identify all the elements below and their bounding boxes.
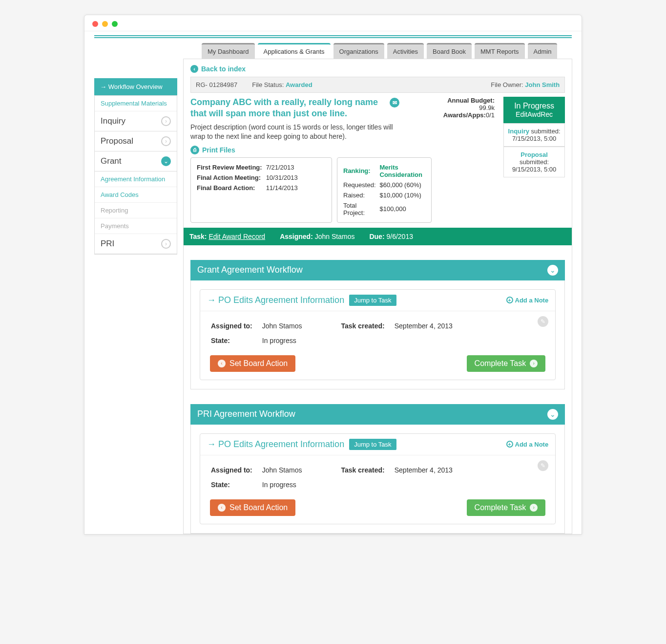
browser-chrome [84, 15, 582, 31]
meeting-label: Final Action Meeting: [197, 173, 265, 182]
chevron-down-icon[interactable]: ⌄ [547, 409, 558, 420]
status-inquiry: Inquiry submitted: 7/15/2013, 5:00 [503, 123, 565, 147]
sidebar-stage-label: PRI [101, 239, 114, 249]
created-value: September 4, 2013 [395, 463, 461, 477]
meeting-value: 7/21/2013 [266, 163, 301, 172]
meeting-value: 11/14/2013 [266, 183, 301, 193]
file-ref: RG- 01284987 [196, 81, 237, 88]
file-status-value: Awarded [286, 81, 312, 88]
tab-applications-grants[interactable]: Applications & Grants [258, 43, 331, 59]
sidebar-stage-pri[interactable]: PRI › [95, 234, 177, 254]
ranking-row-value: $10,000 (10%) [380, 191, 425, 200]
back-to-index[interactable]: ‹ Back to index [190, 65, 565, 73]
arrow-left-icon: ‹ [218, 360, 226, 367]
set-board-action-button[interactable]: ‹Set Board Action [210, 355, 295, 372]
window-close-icon[interactable] [92, 21, 98, 27]
task-title: PO Edits Agreement Information [207, 439, 344, 450]
ranking-row-label: Requested: [343, 180, 379, 190]
state-label: State: [211, 334, 261, 347]
ranking-row-value: $60,000 (60%) [380, 180, 425, 190]
jump-to-task-button[interactable]: Jump to Task [349, 295, 396, 306]
workflow-title: PRI Agreement Workflow [197, 409, 295, 419]
chevron-down-icon: ⌄ [161, 156, 171, 166]
record-title: Company ABC with a really, really long n… [190, 97, 432, 120]
sidebar-header[interactable]: Workflow Overview [94, 78, 177, 95]
task-card: PO Edits Agreement InformationJump to Ta… [200, 289, 556, 380]
tab-my-dashboard[interactable]: My Dashboard [202, 43, 255, 59]
assigned-value: John Stamos [262, 319, 311, 333]
task-card: PO Edits Agreement InformationJump to Ta… [200, 433, 556, 524]
sidebar-stage-label: Inquiry [101, 116, 125, 126]
sidebar-stage-inquiry[interactable]: Inquiry› [95, 111, 177, 131]
tab-organizations[interactable]: Organizations [333, 43, 384, 59]
complete-task-button[interactable]: Complete Task› [467, 499, 546, 516]
assigned-value: John Stamos [262, 463, 311, 477]
sidebar-link-agreement-information[interactable]: Agreement Information [95, 172, 177, 187]
complete-task-button[interactable]: Complete Task› [467, 355, 546, 372]
workflow-panel: PRI Agreement Workflow⌄PO Edits Agreemen… [190, 404, 565, 534]
browser-window: My DashboardApplications & GrantsOrganiz… [84, 15, 582, 535]
divider [94, 35, 572, 38]
add-note-button[interactable]: +Add a Note [506, 441, 549, 448]
file-owner-value[interactable]: John Smith [525, 81, 560, 88]
status-column: In Progress EditAwdRec Inquiry submitted… [503, 97, 565, 223]
assigned-label: Assigned to: [211, 463, 261, 477]
sidebar-stage-label: Grant [101, 156, 122, 166]
task-link[interactable]: Edit Award Record [208, 233, 265, 240]
sidebar-stage-grant[interactable]: Grant⌄ [95, 151, 177, 172]
ranking-row-label: Raised: [343, 191, 379, 200]
set-board-action-button[interactable]: ‹Set Board Action [210, 499, 295, 516]
workflow-title: Grant Agreement Workflow [197, 265, 303, 275]
tab-mmt-reports[interactable]: MMT Reports [475, 43, 525, 59]
status-badge: In Progress EditAwdRec [503, 97, 565, 123]
meeting-value: 10/31/2013 [266, 173, 301, 182]
add-note-button[interactable]: +Add a Note [506, 297, 549, 304]
budget-info: Annual Budget: 99.9k Awards/Apps:0/1 [437, 97, 499, 223]
arrow-right-icon [100, 83, 108, 90]
main-content: ‹ Back to index RG- 01284987 File Status… [183, 59, 572, 534]
ranking-row-label: Total Project: [343, 201, 379, 217]
chevron-right-icon: › [161, 239, 171, 249]
workflow-panel: Grant Agreement Workflow⌄PO Edits Agreem… [190, 260, 565, 389]
arrow-right-icon: › [530, 504, 538, 512]
plus-icon: + [506, 297, 513, 303]
edit-icon[interactable]: ✎ [538, 460, 548, 471]
window-minimize-icon[interactable] [102, 21, 108, 27]
arrow-right-icon: › [530, 360, 538, 367]
print-icon: ⎙ [190, 146, 199, 154]
arrow-left-icon: ‹ [218, 504, 226, 512]
created-label: Task created: [312, 319, 394, 333]
workflow-header[interactable]: PRI Agreement Workflow⌄ [190, 404, 565, 425]
jump-to-task-button[interactable]: Jump to Task [349, 439, 396, 450]
workflow-header[interactable]: Grant Agreement Workflow⌄ [190, 260, 565, 280]
chevron-right-icon: › [161, 136, 171, 146]
print-files[interactable]: ⎙ Print Files [190, 146, 432, 154]
record-description: Project description (word count is 15 wo… [190, 123, 395, 142]
task-title: PO Edits Agreement Information [207, 295, 344, 305]
arrow-left-icon: ‹ [190, 65, 198, 73]
created-value: September 4, 2013 [395, 319, 461, 333]
ranking-label: Ranking: [343, 163, 379, 179]
tab-activities[interactable]: Activities [387, 43, 424, 59]
window-maximize-icon[interactable] [112, 21, 118, 27]
ranking-box: Ranking:Merits Consideration Requested:$… [337, 157, 432, 223]
meetings-box: First Review Meeting:7/21/2013Final Acti… [190, 157, 332, 223]
meeting-label: Final Board Action: [197, 183, 265, 193]
chevron-down-icon[interactable]: ⌄ [547, 265, 558, 276]
edit-icon[interactable]: ✎ [538, 316, 548, 327]
chevron-right-icon: › [161, 116, 171, 126]
assigned-label: Assigned to: [211, 319, 261, 333]
sidebar-stage-proposal[interactable]: Proposal› [95, 131, 177, 151]
sidebar-link-supplemental[interactable]: Supplemental Materials [95, 96, 177, 111]
tab-board-book[interactable]: Board Book [427, 43, 472, 59]
sidebar-link-payments: Payments [95, 218, 177, 234]
state-label: State: [211, 478, 261, 492]
created-label: Task created: [312, 463, 394, 477]
sidebar-link-award-codes[interactable]: Award Codes [95, 187, 177, 203]
sidebar-header-label: Workflow Overview [108, 83, 163, 90]
meeting-label: First Review Meeting: [197, 163, 265, 172]
mail-icon[interactable]: ✉ [390, 98, 399, 107]
ranking-row-value: $100,000 [380, 201, 425, 217]
tab-admin[interactable]: Admin [528, 43, 558, 59]
task-bar: Task: Edit Award Record Assigned: John S… [184, 228, 572, 245]
